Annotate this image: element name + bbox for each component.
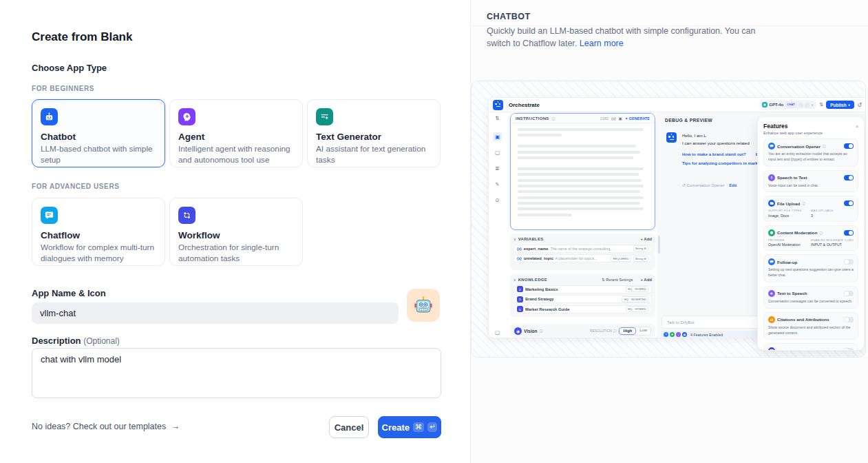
feature-label: Follow-up (777, 260, 797, 265)
close-icon[interactable]: × (856, 124, 858, 129)
conversation-opener-row: ↺ Conversation Opener Edit (682, 183, 737, 187)
knowledge-label: KNOWLEDGE (518, 278, 547, 282)
rail-docs-icon[interactable]: ≣ (493, 164, 502, 173)
generate-button[interactable]: ✦ GENERATE (625, 116, 650, 121)
app-name-label: App Name & Icon (32, 288, 106, 298)
vision-icon: ◉ (514, 327, 522, 335)
app-type-card-text-generator[interactable]: Text Generator AI assistant for text gen… (307, 99, 441, 167)
feature-toggle[interactable] (844, 259, 854, 265)
skeleton-line (518, 167, 644, 170)
feature-card-speech-to-text[interactable]: Speech to Text Voice input can be used i… (763, 170, 858, 193)
knowledge-row[interactable]: ≡ Brand Strategy HQ · INVERTED (514, 295, 652, 303)
resolution-segment: High Low (618, 327, 651, 336)
feature-toggle[interactable] (844, 143, 854, 149)
app-type-card-agent[interactable]: Agent Intelligent agent with reasoning a… (169, 99, 303, 167)
edit-opener-link[interactable]: Edit (729, 183, 737, 187)
caret-down-icon[interactable]: ∨ (514, 237, 516, 241)
mini-left-rail: ⇅ ▣ ▢ ≣ ✎ ⊙ ▢ (489, 112, 507, 338)
app-name-input[interactable] (32, 302, 399, 324)
publish-button[interactable]: Publish ∨ (826, 101, 854, 109)
rail-orchestrate-icon[interactable]: ⇅ (493, 114, 502, 123)
skeleton-line (518, 128, 644, 131)
app-type-card-chatflow[interactable]: Chatflow Workflow for complex multi-turn… (32, 198, 165, 266)
mini-bot-face (666, 132, 677, 143)
agent-icon (178, 108, 195, 125)
feature-card-text-to-speech[interactable]: Text to Speech Conversation messages can… (763, 286, 858, 309)
knowledge-row[interactable]: ≡ Marketing Basics HQ · HYBRID (514, 285, 652, 294)
create-app-modal: Create from Blank Choose App Type FOR BE… (0, 0, 868, 463)
meta-value: INPUT & OUTPUT (811, 243, 854, 247)
skeleton-line (518, 151, 640, 154)
variable-row[interactable]: {x} unrelated_topic A placeholder for to… (514, 254, 652, 263)
app-type-card-chatbot[interactable]: Chatbot LLM-based chatbot with simple se… (32, 99, 165, 167)
opener-icon: ↺ (682, 183, 686, 187)
resolution-low-option[interactable]: Low (636, 327, 650, 335)
description-textarea[interactable]: chat with vllm model (32, 348, 441, 398)
model-selector-chip[interactable]: ✱ GPT-4o CHAT ∨ (759, 101, 817, 109)
card-desc: Workflow for complex multi-turn dialogue… (41, 243, 156, 264)
learn-more-link[interactable]: Learn more (580, 39, 624, 48)
skeleton-line (518, 156, 633, 159)
feature-desc: Setting up next questions suggestion can… (768, 267, 854, 278)
rail-collapse-icon[interactable]: ▢ (493, 328, 502, 337)
feature-card-follow-up[interactable]: Follow-up Setting up next questions sugg… (763, 254, 858, 282)
feature-dot-upload: ▣ (682, 332, 687, 337)
knowledge-row[interactable]: ≡ Market Research Guide HQ · HYBRID (514, 305, 652, 313)
variable-name: unrelated_topic (524, 256, 553, 260)
rail-prompt-icon[interactable]: ▣ (493, 132, 502, 141)
card-desc: Orchestration for single-turn automation… (178, 243, 294, 264)
text-generator-icon (316, 108, 333, 125)
rail-edit-icon[interactable]: ✎ (493, 180, 502, 189)
history-icon[interactable]: ↺ (857, 102, 862, 108)
feature-toggle[interactable] (844, 175, 854, 181)
feature-card-citations[interactable]: Citations and Attributions Show source d… (763, 312, 858, 340)
mini-scrollbar-thumb[interactable] (658, 236, 660, 254)
knowledge-name: Market Research Guide (525, 307, 624, 311)
feature-card-content-moderation[interactable]: Content Moderation ⓘ PROVIDEROpenAI Mode… (763, 225, 858, 251)
cancel-button[interactable]: Cancel (329, 416, 369, 438)
create-button[interactable]: Create ⌘ ↵ (378, 416, 441, 438)
add-knowledge-button[interactable]: + Add (640, 278, 652, 282)
feature-toggle[interactable] (844, 348, 854, 351)
app-type-card-workflow[interactable]: Workflow Orchestration for single-turn a… (169, 198, 303, 266)
add-variable-button[interactable]: + Add (640, 237, 652, 241)
variables-label: VARIABLES (518, 237, 544, 241)
caret-down-icon[interactable]: ∨ (514, 278, 516, 282)
skeleton-line (518, 140, 648, 142)
resolution-high-option[interactable]: High (619, 327, 636, 335)
variable-name: expert_name (524, 247, 549, 251)
robot-avatar-icon (414, 296, 433, 315)
variable-desc: The name of the strategic consulting... (550, 247, 631, 251)
skeleton-line (518, 196, 644, 199)
mini-topbar-right: ✱ GPT-4o CHAT ∨ ⇅ Publish ∨ ↺ (759, 101, 862, 109)
mini-features-panel: Features × Enhance web app user experien… (757, 116, 865, 351)
tune-icon[interactable]: ⇅ (819, 102, 823, 107)
rail-help-icon[interactable]: ⊙ (493, 196, 502, 205)
variable-type-badge: String ⊕ (633, 256, 648, 262)
app-icon-picker[interactable] (407, 289, 440, 322)
rerank-settings-button[interactable]: ⇅ Rerank Settings (602, 278, 633, 282)
meta-label: MAX UPLOADS (811, 209, 854, 212)
feature-desc: Voice input can be used in chat. (768, 183, 854, 189)
feature-toggle[interactable] (844, 230, 854, 236)
variables-icon[interactable]: {x} (611, 116, 615, 121)
skeleton-line (518, 214, 572, 216)
page-title: Create from Blank (32, 30, 132, 44)
card-title: Workflow (178, 230, 294, 240)
rail-image-icon[interactable]: ▢ (493, 148, 502, 157)
feature-toggle[interactable] (844, 317, 854, 322)
folder-icon (768, 200, 775, 207)
feature-card-annotation-reply[interactable]: Annotation Reply (763, 343, 858, 351)
feature-desc: Conversation messages can be converted t… (768, 299, 854, 305)
copy-icon[interactable]: ▣ (619, 116, 622, 121)
info-icon: ⓘ (802, 201, 805, 205)
variable-row[interactable]: {x} expert_name The name of the strategi… (514, 245, 652, 253)
templates-link[interactable]: No ideas? Check out our templates → (32, 422, 180, 431)
feature-toggle[interactable] (844, 200, 854, 206)
feature-card-conversation-opener[interactable]: Conversation Opener ⓘ You are an entity … (763, 138, 858, 167)
skeleton-line (518, 185, 644, 187)
card-desc: LLM-based chatbot with simple setup (41, 144, 156, 165)
feature-card-file-upload[interactable]: File Upload ⓘ SUPPORT FILE TYPESImage, D… (763, 196, 858, 222)
feature-toggle[interactable] (844, 291, 854, 296)
chat-input[interactable]: Talk to DifyBot (661, 316, 773, 329)
